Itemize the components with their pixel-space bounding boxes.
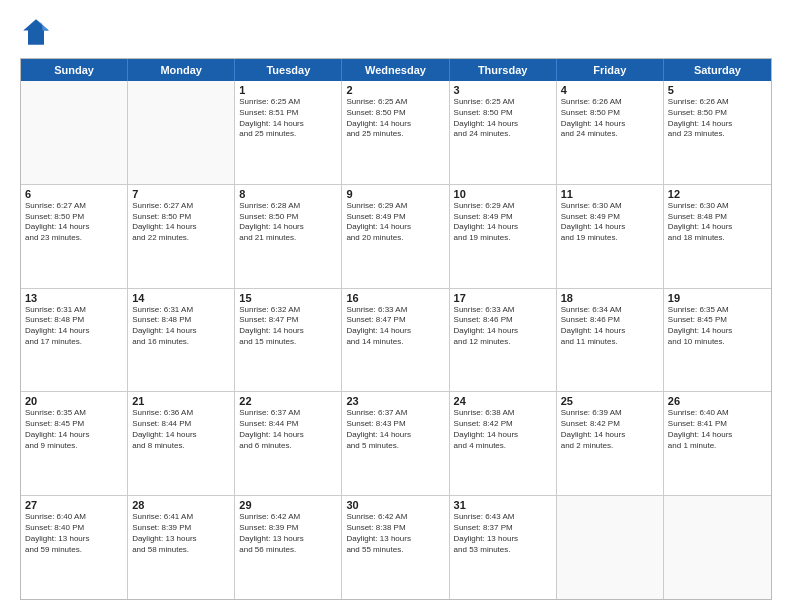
day-number: 8 <box>239 188 337 200</box>
day-number: 15 <box>239 292 337 304</box>
day-cell-18: 18Sunrise: 6:34 AMSunset: 8:46 PMDayligh… <box>557 289 664 392</box>
day-cell-29: 29Sunrise: 6:42 AMSunset: 8:39 PMDayligh… <box>235 496 342 599</box>
day-number: 29 <box>239 499 337 511</box>
day-number: 9 <box>346 188 444 200</box>
day-info: Sunrise: 6:39 AMSunset: 8:42 PMDaylight:… <box>561 408 659 451</box>
day-info: Sunrise: 6:43 AMSunset: 8:37 PMDaylight:… <box>454 512 552 555</box>
day-info: Sunrise: 6:26 AMSunset: 8:50 PMDaylight:… <box>561 97 659 140</box>
day-number: 14 <box>132 292 230 304</box>
empty-cell <box>128 81 235 184</box>
day-cell-31: 31Sunrise: 6:43 AMSunset: 8:37 PMDayligh… <box>450 496 557 599</box>
day-info: Sunrise: 6:35 AMSunset: 8:45 PMDaylight:… <box>25 408 123 451</box>
day-info: Sunrise: 6:25 AMSunset: 8:51 PMDaylight:… <box>239 97 337 140</box>
empty-cell <box>21 81 128 184</box>
weekday-header-wednesday: Wednesday <box>342 59 449 81</box>
day-info: Sunrise: 6:40 AMSunset: 8:41 PMDaylight:… <box>668 408 767 451</box>
day-number: 28 <box>132 499 230 511</box>
day-number: 1 <box>239 84 337 96</box>
day-info: Sunrise: 6:41 AMSunset: 8:39 PMDaylight:… <box>132 512 230 555</box>
day-info: Sunrise: 6:38 AMSunset: 8:42 PMDaylight:… <box>454 408 552 451</box>
day-number: 25 <box>561 395 659 407</box>
day-info: Sunrise: 6:42 AMSunset: 8:38 PMDaylight:… <box>346 512 444 555</box>
empty-cell <box>664 496 771 599</box>
day-info: Sunrise: 6:30 AMSunset: 8:49 PMDaylight:… <box>561 201 659 244</box>
day-cell-6: 6Sunrise: 6:27 AMSunset: 8:50 PMDaylight… <box>21 185 128 288</box>
day-cell-8: 8Sunrise: 6:28 AMSunset: 8:50 PMDaylight… <box>235 185 342 288</box>
day-cell-15: 15Sunrise: 6:32 AMSunset: 8:47 PMDayligh… <box>235 289 342 392</box>
calendar-row-3: 20Sunrise: 6:35 AMSunset: 8:45 PMDayligh… <box>21 391 771 495</box>
empty-cell <box>557 496 664 599</box>
weekday-header-sunday: Sunday <box>21 59 128 81</box>
day-number: 10 <box>454 188 552 200</box>
day-number: 7 <box>132 188 230 200</box>
day-cell-20: 20Sunrise: 6:35 AMSunset: 8:45 PMDayligh… <box>21 392 128 495</box>
calendar-body: 1Sunrise: 6:25 AMSunset: 8:51 PMDaylight… <box>21 81 771 599</box>
day-info: Sunrise: 6:28 AMSunset: 8:50 PMDaylight:… <box>239 201 337 244</box>
day-cell-11: 11Sunrise: 6:30 AMSunset: 8:49 PMDayligh… <box>557 185 664 288</box>
day-number: 12 <box>668 188 767 200</box>
day-number: 5 <box>668 84 767 96</box>
day-cell-4: 4Sunrise: 6:26 AMSunset: 8:50 PMDaylight… <box>557 81 664 184</box>
day-info: Sunrise: 6:37 AMSunset: 8:43 PMDaylight:… <box>346 408 444 451</box>
day-info: Sunrise: 6:33 AMSunset: 8:46 PMDaylight:… <box>454 305 552 348</box>
day-info: Sunrise: 6:30 AMSunset: 8:48 PMDaylight:… <box>668 201 767 244</box>
logo <box>20 16 56 48</box>
header <box>20 16 772 48</box>
day-cell-22: 22Sunrise: 6:37 AMSunset: 8:44 PMDayligh… <box>235 392 342 495</box>
day-number: 4 <box>561 84 659 96</box>
day-info: Sunrise: 6:34 AMSunset: 8:46 PMDaylight:… <box>561 305 659 348</box>
calendar-row-4: 27Sunrise: 6:40 AMSunset: 8:40 PMDayligh… <box>21 495 771 599</box>
day-cell-2: 2Sunrise: 6:25 AMSunset: 8:50 PMDaylight… <box>342 81 449 184</box>
day-number: 19 <box>668 292 767 304</box>
calendar-row-1: 6Sunrise: 6:27 AMSunset: 8:50 PMDaylight… <box>21 184 771 288</box>
day-cell-16: 16Sunrise: 6:33 AMSunset: 8:47 PMDayligh… <box>342 289 449 392</box>
day-number: 13 <box>25 292 123 304</box>
day-info: Sunrise: 6:37 AMSunset: 8:44 PMDaylight:… <box>239 408 337 451</box>
day-cell-14: 14Sunrise: 6:31 AMSunset: 8:48 PMDayligh… <box>128 289 235 392</box>
day-number: 18 <box>561 292 659 304</box>
day-cell-5: 5Sunrise: 6:26 AMSunset: 8:50 PMDaylight… <box>664 81 771 184</box>
day-number: 23 <box>346 395 444 407</box>
day-number: 31 <box>454 499 552 511</box>
day-cell-12: 12Sunrise: 6:30 AMSunset: 8:48 PMDayligh… <box>664 185 771 288</box>
day-info: Sunrise: 6:31 AMSunset: 8:48 PMDaylight:… <box>132 305 230 348</box>
day-number: 20 <box>25 395 123 407</box>
day-info: Sunrise: 6:32 AMSunset: 8:47 PMDaylight:… <box>239 305 337 348</box>
day-cell-7: 7Sunrise: 6:27 AMSunset: 8:50 PMDaylight… <box>128 185 235 288</box>
day-cell-19: 19Sunrise: 6:35 AMSunset: 8:45 PMDayligh… <box>664 289 771 392</box>
day-info: Sunrise: 6:27 AMSunset: 8:50 PMDaylight:… <box>132 201 230 244</box>
day-info: Sunrise: 6:26 AMSunset: 8:50 PMDaylight:… <box>668 97 767 140</box>
weekday-header-friday: Friday <box>557 59 664 81</box>
day-info: Sunrise: 6:25 AMSunset: 8:50 PMDaylight:… <box>454 97 552 140</box>
weekday-header-monday: Monday <box>128 59 235 81</box>
day-number: 2 <box>346 84 444 96</box>
day-cell-21: 21Sunrise: 6:36 AMSunset: 8:44 PMDayligh… <box>128 392 235 495</box>
calendar: SundayMondayTuesdayWednesdayThursdayFrid… <box>20 58 772 600</box>
logo-icon <box>20 16 52 48</box>
day-cell-28: 28Sunrise: 6:41 AMSunset: 8:39 PMDayligh… <box>128 496 235 599</box>
day-number: 26 <box>668 395 767 407</box>
day-info: Sunrise: 6:35 AMSunset: 8:45 PMDaylight:… <box>668 305 767 348</box>
day-cell-23: 23Sunrise: 6:37 AMSunset: 8:43 PMDayligh… <box>342 392 449 495</box>
calendar-header: SundayMondayTuesdayWednesdayThursdayFrid… <box>21 59 771 81</box>
day-number: 6 <box>25 188 123 200</box>
day-number: 30 <box>346 499 444 511</box>
day-cell-9: 9Sunrise: 6:29 AMSunset: 8:49 PMDaylight… <box>342 185 449 288</box>
day-info: Sunrise: 6:36 AMSunset: 8:44 PMDaylight:… <box>132 408 230 451</box>
day-cell-3: 3Sunrise: 6:25 AMSunset: 8:50 PMDaylight… <box>450 81 557 184</box>
day-cell-26: 26Sunrise: 6:40 AMSunset: 8:41 PMDayligh… <box>664 392 771 495</box>
day-cell-17: 17Sunrise: 6:33 AMSunset: 8:46 PMDayligh… <box>450 289 557 392</box>
day-info: Sunrise: 6:40 AMSunset: 8:40 PMDaylight:… <box>25 512 123 555</box>
day-cell-24: 24Sunrise: 6:38 AMSunset: 8:42 PMDayligh… <box>450 392 557 495</box>
day-number: 22 <box>239 395 337 407</box>
calendar-row-0: 1Sunrise: 6:25 AMSunset: 8:51 PMDaylight… <box>21 81 771 184</box>
day-cell-10: 10Sunrise: 6:29 AMSunset: 8:49 PMDayligh… <box>450 185 557 288</box>
weekday-header-saturday: Saturday <box>664 59 771 81</box>
day-cell-13: 13Sunrise: 6:31 AMSunset: 8:48 PMDayligh… <box>21 289 128 392</box>
weekday-header-thursday: Thursday <box>450 59 557 81</box>
day-info: Sunrise: 6:29 AMSunset: 8:49 PMDaylight:… <box>346 201 444 244</box>
day-info: Sunrise: 6:33 AMSunset: 8:47 PMDaylight:… <box>346 305 444 348</box>
calendar-row-2: 13Sunrise: 6:31 AMSunset: 8:48 PMDayligh… <box>21 288 771 392</box>
day-cell-1: 1Sunrise: 6:25 AMSunset: 8:51 PMDaylight… <box>235 81 342 184</box>
day-number: 21 <box>132 395 230 407</box>
